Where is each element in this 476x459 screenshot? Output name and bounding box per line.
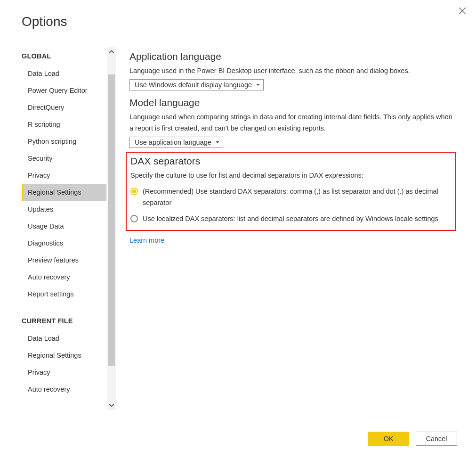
app-language-title: Application language <box>129 51 456 62</box>
radio-icon-unselected <box>130 215 138 222</box>
app-language-value: Use Windows default display language <box>135 81 252 89</box>
nav-item-data-load[interactable]: Data Load <box>22 65 106 82</box>
sidebar: GLOBAL Data Load Power Query Editor Dire… <box>22 47 116 410</box>
nav-item-usage-data[interactable]: Usage Data <box>22 218 106 235</box>
nav-item-regional-settings[interactable]: Regional Settings <box>22 184 106 201</box>
nav-item-power-query-editor[interactable]: Power Query Editor <box>22 82 106 99</box>
dropdown-caret <box>256 81 260 89</box>
scroll-up-button[interactable] <box>107 47 116 57</box>
app-language-description: Language used in the Power BI Desktop us… <box>129 65 456 76</box>
nav-item-preview-features[interactable]: Preview features <box>22 252 106 269</box>
dialog-title: Options <box>22 14 67 29</box>
dax-separators-description: Specify the culture to use for list and … <box>130 170 452 181</box>
dax-radio-localized[interactable]: Use localized DAX separators: list and d… <box>130 213 452 224</box>
nav-item-auto-recovery[interactable]: Auto recovery <box>22 269 106 286</box>
nav-item-cf-auto-recovery[interactable]: Auto recovery <box>22 381 106 398</box>
radio-icon-selected <box>130 188 138 195</box>
model-language-title: Model language <box>129 97 456 108</box>
close-icon <box>458 7 467 15</box>
vertical-divider <box>117 47 117 412</box>
dialog-footer: OK Cancel <box>363 432 457 446</box>
chevron-down-icon <box>109 402 114 408</box>
nav-item-cf-data-load[interactable]: Data Load <box>22 330 106 347</box>
chevron-up-icon <box>109 49 114 55</box>
dax-radio-standard[interactable]: (Recommended) Use standard DAX separator… <box>130 186 452 208</box>
sidebar-header-current-file: CURRENT FILE <box>22 312 106 330</box>
sidebar-scrollbar[interactable] <box>107 47 116 410</box>
dax-separators-highlight: DAX separators Specify the culture to us… <box>126 152 456 231</box>
scroll-thumb[interactable] <box>108 74 115 366</box>
dax-radio-standard-label: (Recommended) Use standard DAX separator… <box>143 186 452 208</box>
content-pane: Application language Language used in th… <box>119 47 467 412</box>
nav-item-cf-regional-settings[interactable]: Regional Settings <box>22 347 106 364</box>
nav-item-directquery[interactable]: DirectQuery <box>22 99 106 116</box>
close-button[interactable] <box>458 7 467 16</box>
dropdown-caret <box>215 139 220 146</box>
cancel-button[interactable]: Cancel <box>416 432 457 446</box>
nav-item-cf-privacy[interactable]: Privacy <box>22 364 106 381</box>
nav-item-report-settings[interactable]: Report settings <box>22 286 106 303</box>
nav-item-diagnostics[interactable]: Diagnostics <box>22 235 106 252</box>
nav-item-r-scripting[interactable]: R scripting <box>22 116 106 133</box>
nav-item-privacy[interactable]: Privacy <box>22 167 106 184</box>
nav-item-security[interactable]: Security <box>22 150 106 167</box>
dax-separators-title: DAX separators <box>130 156 452 167</box>
model-language-select[interactable]: Use application language <box>129 137 223 148</box>
scroll-down-button[interactable] <box>107 401 116 410</box>
model-language-description: Language used when comparing strings in … <box>129 111 456 134</box>
nav-item-python-scripting[interactable]: Python scripting <box>22 133 106 150</box>
model-language-value: Use application language <box>135 139 211 146</box>
ok-button[interactable]: OK <box>368 432 409 446</box>
app-language-select[interactable]: Use Windows default display language <box>129 79 264 90</box>
nav-item-updates[interactable]: Updates <box>22 201 106 218</box>
dax-radio-localized-label: Use localized DAX separators: list and d… <box>143 213 452 224</box>
sidebar-header-global: GLOBAL <box>22 47 106 65</box>
learn-more-link[interactable]: Learn more <box>129 237 164 244</box>
